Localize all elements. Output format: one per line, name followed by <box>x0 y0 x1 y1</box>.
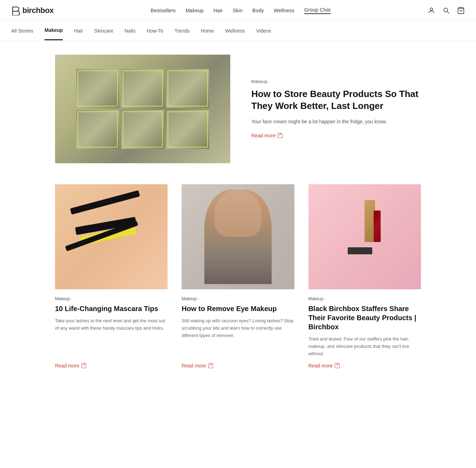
nav-wellness[interactable]: Wellness <box>274 8 294 13</box>
subnav-trends[interactable]: Trends <box>175 22 190 40</box>
mirror-3 <box>166 69 209 108</box>
mascara-image <box>55 184 168 289</box>
nav-body[interactable]: Body <box>252 8 264 13</box>
featured-read-more[interactable]: Read more <box>251 133 283 138</box>
subnav-wellness[interactable]: Wellness <box>225 22 245 40</box>
mascara-read-more[interactable]: Read more <box>55 363 168 369</box>
staffers-title: Black Birchbox Staffers Share Their Favo… <box>308 304 421 331</box>
eye-makeup-excerpt: Still waking up with raccoon eyes? Losin… <box>182 317 294 357</box>
svg-line-3 <box>447 11 449 13</box>
staffers-category: Makeup · <box>308 296 421 301</box>
subnav-hair[interactable]: Hair <box>74 22 83 40</box>
top-nav-icons <box>428 7 465 14</box>
article-card-staffers: Makeup · Black Birchbox Staffers Share T… <box>308 184 421 369</box>
eye-makeup-image <box>182 184 294 289</box>
nav-makeup[interactable]: Makeup <box>185 8 204 13</box>
article-card-mascara: Makeup · 10 Life-Changing Mascara Tips T… <box>55 184 168 369</box>
subnav-how-to[interactable]: How-To <box>147 22 163 40</box>
mirror-2 <box>121 69 164 108</box>
featured-article: Makeup · How to Store Beauty Products So… <box>55 55 421 163</box>
subnav-makeup[interactable]: Makeup <box>45 21 63 40</box>
mirror-5 <box>121 110 164 149</box>
mirror-1 <box>76 69 119 108</box>
mascara-title: 10 Life-Changing Mascara Tips <box>55 304 168 313</box>
mascara-read-more-icon <box>81 363 86 368</box>
mirror-6 <box>166 110 209 149</box>
top-nav: birchbox Bestsellers Makeup Hair Skin Bo… <box>0 0 476 21</box>
mascara-stroke-1 <box>70 190 140 215</box>
staffers-read-more-icon <box>335 363 340 368</box>
top-nav-links: Bestsellers Makeup Hair Skin Body Wellne… <box>151 7 331 14</box>
eye-makeup-read-more-icon <box>208 363 213 368</box>
sub-nav: All Stories Makeup Hair Skincare Nails H… <box>0 21 476 41</box>
subnav-nails[interactable]: Nails <box>124 22 135 40</box>
featured-title: How to Store Beauty Products So That The… <box>251 88 421 112</box>
nav-hair[interactable]: Hair <box>213 8 223 13</box>
search-icon[interactable] <box>442 7 450 14</box>
mascara-category: Makeup · <box>55 296 168 301</box>
article-grid: Makeup · 10 Life-Changing Mascara Tips T… <box>55 184 421 369</box>
featured-article-image <box>55 55 230 163</box>
logo[interactable]: birchbox <box>11 6 54 15</box>
eye-makeup-read-more[interactable]: Read more <box>182 363 294 369</box>
main-content: Makeup · How to Store Beauty Products So… <box>45 55 431 369</box>
featured-category: Makeup · <box>251 79 421 84</box>
featured-article-content: Makeup · How to Store Beauty Products So… <box>251 79 421 139</box>
nav-group-chat[interactable]: Group Chat <box>304 7 331 14</box>
svg-point-1 <box>430 8 433 10</box>
subnav-skincare[interactable]: Skincare <box>94 22 113 40</box>
account-icon[interactable] <box>428 7 435 14</box>
mirror-4 <box>76 110 119 149</box>
featured-excerpt: Your face cream might be a lot happier i… <box>251 118 421 125</box>
subnav-videos[interactable]: Videos <box>256 22 271 40</box>
article-card-eye-makeup: Makeup · How to Remove Eye Makeup Still … <box>182 184 294 369</box>
nav-skin[interactable]: Skin <box>233 8 243 13</box>
eye-makeup-title: How to Remove Eye Makeup <box>182 304 294 313</box>
subnav-home[interactable]: Home <box>201 22 214 40</box>
staffers-image <box>308 184 421 289</box>
eye-makeup-category: Makeup · <box>182 296 294 301</box>
cart-icon[interactable] <box>457 7 465 14</box>
product-compact <box>348 247 372 254</box>
nav-bestsellers[interactable]: Bestsellers <box>151 8 176 13</box>
person-silhouette <box>204 190 272 284</box>
staffers-read-more[interactable]: Read more <box>308 363 421 369</box>
subnav-all-stories[interactable]: All Stories <box>11 22 33 40</box>
staffers-excerpt: Tried and tested: Four of our staffers p… <box>308 336 421 357</box>
mascara-excerpt: Take your lashes to the next level and g… <box>55 317 168 357</box>
svg-point-2 <box>444 8 448 12</box>
product-tube <box>374 211 381 242</box>
read-more-icon <box>278 133 283 138</box>
